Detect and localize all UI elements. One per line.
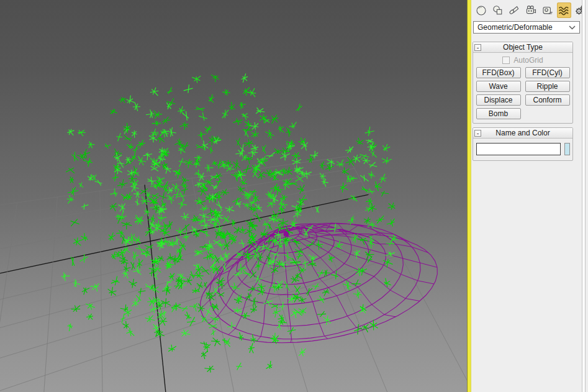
name-and-color-rollout-header[interactable]: - Name and Color bbox=[473, 128, 572, 139]
rollout-title: Name and Color bbox=[481, 129, 572, 137]
app-window: Geometric/Deformable - Object Type AutoG… bbox=[0, 0, 588, 392]
subcategory-dropdown-value: Geometric/Deformable bbox=[477, 23, 569, 32]
ripple-button[interactable]: Ripple bbox=[525, 81, 570, 92]
geometry-icon[interactable] bbox=[474, 2, 489, 18]
color-swatch[interactable] bbox=[564, 143, 570, 155]
ffd-cyl-button[interactable]: FFD(Cyl) bbox=[525, 67, 570, 78]
object-type-buttons: FFD(Box) FFD(Cyl) Wave Ripple Displace C… bbox=[473, 67, 572, 119]
subcategory-dropdown[interactable]: Geometric/Deformable bbox=[473, 21, 580, 34]
collapse-icon[interactable]: - bbox=[474, 130, 481, 137]
bomb-button[interactable]: Bomb bbox=[476, 108, 521, 119]
chevron-down-icon bbox=[569, 25, 576, 30]
wave-button[interactable]: Wave bbox=[476, 81, 521, 92]
autogrid-label: AutoGrid bbox=[513, 56, 543, 65]
command-panel: Geometric/Deformable - Object Type AutoG… bbox=[471, 0, 588, 392]
conform-button[interactable]: Conform bbox=[525, 94, 570, 106]
shapes-icon[interactable] bbox=[491, 2, 505, 18]
name-and-color-rollout: - Name and Color bbox=[473, 127, 573, 161]
viewport[interactable] bbox=[0, 0, 467, 392]
systems-icon[interactable] bbox=[573, 2, 588, 18]
viewport-scene bbox=[0, 0, 467, 392]
active-viewport-border bbox=[467, 0, 471, 392]
displace-button[interactable]: Displace bbox=[476, 94, 521, 106]
collapse-icon[interactable]: - bbox=[474, 44, 481, 51]
object-name-input[interactable] bbox=[476, 143, 561, 155]
create-category-iconrow bbox=[471, 0, 588, 20]
autogrid-checkbox[interactable] bbox=[502, 57, 510, 64]
object-type-rollout: - Object Type AutoGrid FFD(Box) FFD(Cyl)… bbox=[473, 42, 573, 124]
autogrid-row: AutoGrid bbox=[473, 56, 572, 65]
space-warps-icon[interactable] bbox=[557, 2, 572, 18]
rollout-title: Object Type bbox=[481, 43, 572, 52]
name-color-row bbox=[473, 139, 572, 160]
object-type-rollout-header[interactable]: - Object Type bbox=[473, 42, 572, 53]
lights-icon[interactable] bbox=[507, 2, 522, 18]
panel-scrollbar[interactable] bbox=[582, 0, 586, 392]
ffd-box-button[interactable]: FFD(Box) bbox=[476, 67, 521, 78]
helpers-icon[interactable] bbox=[540, 2, 555, 18]
cameras-icon[interactable] bbox=[523, 2, 538, 18]
